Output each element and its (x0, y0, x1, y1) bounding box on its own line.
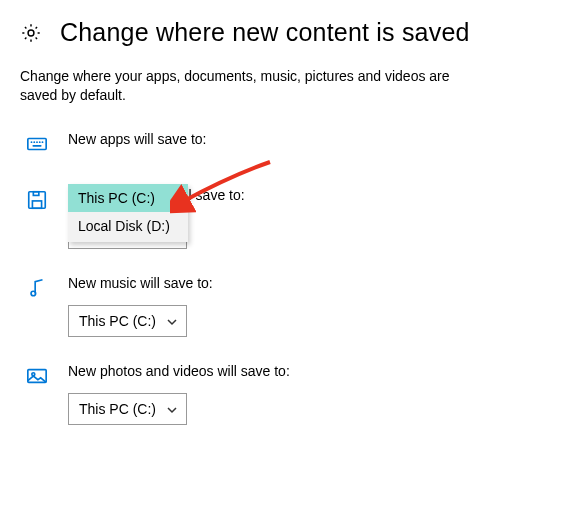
section-music: New music will save to: This PC (C:) (20, 275, 552, 337)
svg-rect-8 (29, 192, 46, 209)
chevron-down-icon (166, 403, 178, 415)
svg-rect-10 (33, 192, 39, 196)
music-label: New music will save to: (68, 275, 552, 291)
apps-label: New apps will save to: (68, 131, 552, 147)
gear-icon (20, 22, 42, 44)
apps-dropdown-flyout[interactable]: This PC (C:) Local Disk (D:) (68, 184, 188, 242)
keyboard-icon (20, 133, 68, 155)
svg-rect-1 (28, 138, 46, 149)
chevron-down-icon (166, 315, 178, 327)
music-combobox[interactable]: This PC (C:) (68, 305, 187, 337)
section-photos: New photos and videos will save to: This… (20, 363, 552, 425)
save-icon (20, 189, 68, 211)
music-note-icon (20, 277, 68, 299)
picture-icon (20, 365, 68, 387)
svg-point-11 (31, 291, 36, 296)
section-apps: New apps will save to: (20, 131, 552, 161)
svg-point-0 (28, 30, 34, 36)
photos-selected-value: This PC (C:) (79, 401, 156, 417)
dropdown-option[interactable]: Local Disk (D:) (68, 212, 188, 240)
photos-combobox[interactable]: This PC (C:) (68, 393, 187, 425)
dropdown-option[interactable]: This PC (C:) (68, 184, 188, 212)
music-selected-value: This PC (C:) (79, 313, 156, 329)
svg-rect-9 (32, 201, 41, 208)
photos-label: New photos and videos will save to: (68, 363, 552, 379)
page-header: Change where new content is saved (20, 18, 552, 47)
page-description: Change where your apps, documents, music… (20, 67, 450, 105)
page-title: Change where new content is saved (60, 18, 470, 47)
